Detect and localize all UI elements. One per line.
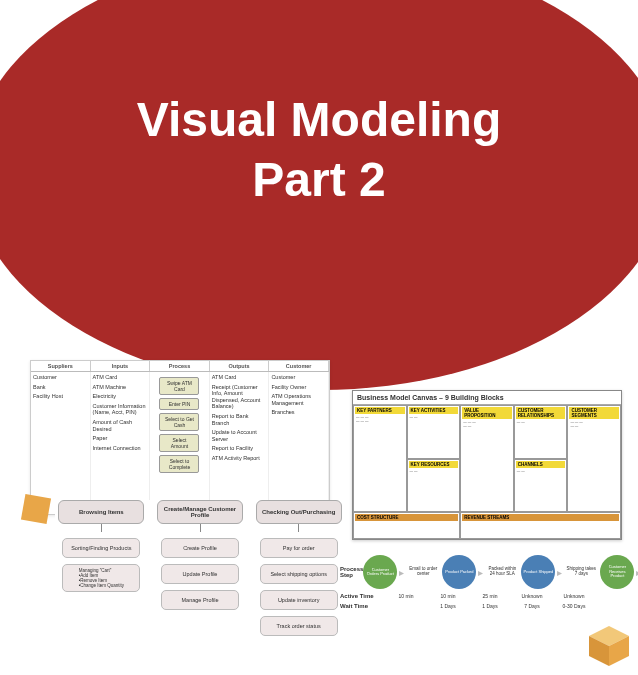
sipoc-h-process: Process bbox=[150, 361, 210, 371]
sipoc-h-customer: Customer bbox=[269, 361, 329, 371]
process-cell: 7 Days bbox=[512, 603, 552, 609]
process-row-label: Process Step bbox=[340, 566, 363, 578]
sipoc-cell: Customer bbox=[33, 374, 88, 381]
process-step-text: Packed within 24 hour SLA bbox=[485, 555, 519, 589]
sipoc-process-step: Select to Complete bbox=[159, 455, 199, 473]
process-row-wait: Wait Time 1 Days 1 Days 7 Days 0-30 Days bbox=[340, 603, 638, 609]
bmc-label: REVENUE STREAMS bbox=[462, 514, 619, 521]
bmc-label: CUSTOMER RELATIONSHIPS bbox=[516, 407, 566, 419]
fd-box: Manage Profile bbox=[161, 590, 239, 610]
page-title: Visual Modeling Part 2 bbox=[0, 90, 638, 210]
arrow-icon: ▸ bbox=[557, 567, 562, 578]
sipoc-h-outputs: Outputs bbox=[210, 361, 270, 371]
logo-cube-icon bbox=[585, 622, 633, 670]
process-cell: 0-30 Days bbox=[554, 603, 594, 609]
sipoc-h-suppliers: Suppliers bbox=[31, 361, 91, 371]
sipoc-process-step: Select to Get Cash bbox=[159, 413, 199, 431]
fd-box: Sorting/Finding Products bbox=[62, 538, 140, 558]
fd-box: Track order status bbox=[260, 616, 338, 636]
connector bbox=[101, 524, 102, 532]
sipoc-header-row: Suppliers Inputs Process Outputs Custome… bbox=[31, 361, 329, 372]
process-active-cells: 10 min 10 min 25 min Unknown Unknown bbox=[386, 593, 638, 599]
sipoc-col-process: Swipe ATM Card Enter PIN Select to Get C… bbox=[150, 372, 210, 514]
sipoc-h-inputs: Inputs bbox=[91, 361, 151, 371]
bmc-cell-customer-relationships: CUSTOMER RELATIONSHIPS— — bbox=[514, 405, 568, 459]
sipoc-cell: Facility Host bbox=[33, 393, 88, 400]
sipoc-process-step: Swipe ATM Card bbox=[159, 377, 199, 395]
process-cell: 10 min bbox=[386, 593, 426, 599]
process-step-circle: Customer Receives Product bbox=[600, 555, 634, 589]
sipoc-body: Customer Bank Facility Host ATM Card ATM… bbox=[31, 372, 329, 514]
process-row-steps: Process Step Customer Orders Product ▸ E… bbox=[340, 555, 638, 589]
sipoc-col-inputs: ATM Card ATM Machine Electricity Custome… bbox=[91, 372, 151, 514]
bmc-cell-customer-segments: CUSTOMER SEGMENTS— — —— — bbox=[567, 405, 621, 512]
sipoc-cell: Customer bbox=[271, 374, 326, 381]
fd-col-checkout: Checking Out/Purchasing Pay for order Se… bbox=[252, 500, 345, 665]
sipoc-cell: Report to Bank Branch bbox=[212, 413, 267, 426]
sipoc-col-suppliers: Customer Bank Facility Host bbox=[31, 372, 91, 514]
bmc-cell-key-partners: KEY PARTNERS— — —— — — bbox=[353, 405, 407, 512]
process-steps: Customer Orders Product ▸ Email to order… bbox=[363, 555, 638, 589]
title-line-2: Part 2 bbox=[252, 153, 385, 206]
sipoc-col-customers: Customer Facility Owner ATM Operations M… bbox=[269, 372, 329, 514]
sipoc-cell: ATM Card bbox=[212, 374, 267, 381]
arrow-icon: ▸ bbox=[478, 567, 483, 578]
sipoc-cell: Internet Connection bbox=[93, 445, 148, 452]
fd-col-browsing: Browsing Items Sorting/Finding Products … bbox=[55, 500, 148, 665]
process-cell: 10 min bbox=[428, 593, 468, 599]
fd-head: Browsing Items bbox=[58, 500, 144, 524]
process-cell: 1 Days bbox=[470, 603, 510, 609]
bmc-label: CHANNELS bbox=[516, 461, 566, 468]
bmc-cell-cost-structure: COST STRUCTURE bbox=[353, 512, 460, 539]
fd-box: Pay for order bbox=[260, 538, 338, 558]
process-cell: Unknown bbox=[554, 593, 594, 599]
sipoc-cell: Bank bbox=[33, 384, 88, 391]
process-cell: 1 Days bbox=[428, 603, 468, 609]
sipoc-cell: Facility Owner bbox=[271, 384, 326, 391]
bmc-label: VALUE PROPOSITION bbox=[462, 407, 512, 419]
fd-box: Managing "Cart" •Add Item •Remove Item •… bbox=[62, 564, 140, 592]
functional-decomposition-thumbnail: Browsing Items Sorting/Finding Products … bbox=[55, 500, 345, 665]
bmc-label: KEY PARTNERS bbox=[355, 407, 405, 414]
process-step-circle: Product Packed bbox=[442, 555, 476, 589]
fd-head: Create/Manage Customer Profile bbox=[157, 500, 243, 524]
process-cell: 25 min bbox=[470, 593, 510, 599]
sipoc-cell: Paper bbox=[93, 435, 148, 442]
business-model-canvas-thumbnail: Business Model Canvas – 9 Building Block… bbox=[352, 390, 622, 540]
bmc-cell-key-resources: KEY RESOURCES— — bbox=[407, 459, 461, 513]
bmc-cell-value-proposition: VALUE PROPOSITION— — —— — bbox=[460, 405, 514, 512]
sipoc-col-outputs: ATM Card Receipt (Customer Info, Amount … bbox=[210, 372, 270, 514]
fd-box: Update inventory bbox=[260, 590, 338, 610]
fd-col-profile: Create/Manage Customer Profile Create Pr… bbox=[154, 500, 247, 665]
cube-icon bbox=[21, 494, 51, 524]
process-step-text: Email to order center bbox=[406, 555, 440, 589]
fd-head: Checking Out/Purchasing bbox=[256, 500, 342, 524]
bmc-title: Business Model Canvas – 9 Building Block… bbox=[353, 391, 621, 405]
process-row-label: Wait Time bbox=[340, 603, 386, 609]
process-row-active: Active Time 10 min 10 min 25 min Unknown… bbox=[340, 593, 638, 599]
process-step-circle: Product Shipped bbox=[521, 555, 555, 589]
sipoc-cell: Update to Account Server bbox=[212, 429, 267, 442]
process-step-text: Shipping takes 7 days bbox=[564, 555, 598, 589]
connector bbox=[298, 524, 299, 532]
process-step-circle: Customer Orders Product bbox=[363, 555, 397, 589]
bmc-label: KEY RESOURCES bbox=[409, 461, 459, 468]
bmc-cell-revenue-streams: REVENUE STREAMS bbox=[460, 512, 621, 539]
connector bbox=[200, 524, 201, 532]
sipoc-cell: ATM Machine bbox=[93, 384, 148, 391]
sipoc-cell: Report to Facility bbox=[212, 445, 267, 452]
sipoc-cell: Customer Information (Name, Acct, PIN) bbox=[93, 403, 148, 416]
bmc-label: COST STRUCTURE bbox=[355, 514, 458, 521]
sipoc-thumbnail: Suppliers Inputs Process Outputs Custome… bbox=[30, 360, 330, 515]
process-wait-cells: 1 Days 1 Days 7 Days 0-30 Days bbox=[386, 603, 638, 609]
sipoc-process-step: Enter PIN bbox=[159, 398, 199, 410]
sipoc-cell: Branches bbox=[271, 409, 326, 416]
sipoc-cell: ATM Activity Report bbox=[212, 455, 267, 462]
fd-box: Update Profile bbox=[161, 564, 239, 584]
sipoc-process-step: Select Amount bbox=[159, 434, 199, 452]
sipoc-cell: Receipt (Customer Info, Amount Dispensed… bbox=[212, 384, 267, 410]
process-row-label: Active Time bbox=[340, 593, 386, 599]
sipoc-cell: Electricity bbox=[93, 393, 148, 400]
title-line-1: Visual Modeling bbox=[137, 93, 502, 146]
bmc-label: KEY ACTIVITIES bbox=[409, 407, 459, 414]
